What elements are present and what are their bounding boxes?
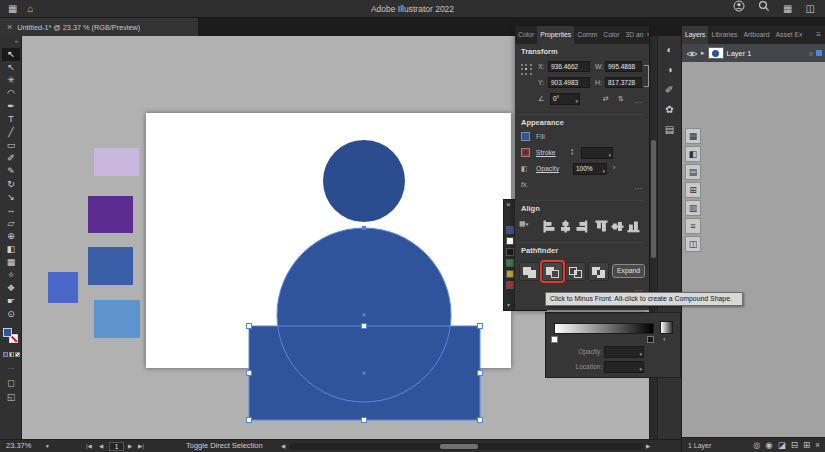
edit-toolbar-icon[interactable]: ⋯ — [0, 365, 22, 373]
layer-row[interactable]: ▸ Layer 1 ○ — [682, 44, 825, 62]
selection-handle[interactable] — [247, 371, 252, 376]
tab-overflow-icon[interactable]: » — [647, 26, 649, 44]
align-to-selector[interactable]: ▦▾ — [519, 220, 528, 228]
locate-object-icon[interactable]: ◉ — [765, 438, 772, 452]
last-artboard-icon[interactable]: ▶| — [138, 440, 144, 452]
symbols-panel-icon[interactable]: ✿ — [662, 102, 678, 118]
panel-caret-icon[interactable]: ▾ — [507, 301, 510, 308]
stroke-link[interactable]: Stroke — [536, 149, 556, 156]
color-swatch[interactable] — [506, 237, 514, 245]
gradient-location-select[interactable]: ▾ — [604, 361, 644, 373]
workspace-switcher-icon[interactable]: ◫ — [806, 0, 815, 18]
align-right-button[interactable] — [575, 219, 588, 232]
search-icon[interactable] — [758, 0, 770, 18]
pathfinder-unite-button[interactable] — [519, 262, 540, 281]
opacity-more-icon[interactable]: › — [613, 164, 615, 171]
constrain-proportions-icon[interactable] — [644, 65, 649, 87]
panel-menu-icon[interactable]: ≡ — [816, 26, 825, 44]
align-vertical-center-button[interactable] — [611, 219, 624, 232]
layer-thumbnail[interactable] — [708, 47, 724, 59]
layer-target-icon[interactable]: ○ — [809, 50, 813, 57]
line-segment-tool[interactable]: ╱ — [2, 126, 20, 139]
make-clipping-mask-icon[interactable]: ◪ — [778, 438, 786, 452]
shape-builder-tool[interactable]: ⊕ — [2, 230, 20, 243]
selection-handle[interactable] — [478, 418, 483, 423]
delete-selection-icon[interactable]: × — [815, 438, 820, 452]
panel-tab[interactable]: 3D an — [623, 26, 647, 44]
stroke-panel-icon[interactable]: ▤ — [685, 164, 701, 180]
fill-color-swatch[interactable] — [3, 328, 12, 337]
color-swatch[interactable] — [506, 259, 514, 267]
direct-selection-tool[interactable]: ↖ — [2, 61, 20, 74]
anchor-point[interactable] — [362, 226, 366, 230]
panel-tab[interactable]: Color — [600, 26, 622, 44]
selection-handle[interactable] — [362, 324, 367, 329]
mesh-tool[interactable]: ▦ — [2, 256, 20, 269]
home-icon[interactable]: ⌂ — [27, 0, 33, 18]
artboards-panel-icon[interactable]: ◫ — [685, 236, 701, 252]
layer-selection-indicator[interactable] — [816, 50, 822, 56]
close-panel-icon[interactable]: × — [506, 200, 511, 209]
gradient-stop-black[interactable] — [647, 336, 654, 343]
flip-horizontal-icon[interactable]: ⇄ — [603, 95, 609, 103]
gradient-opacity-select[interactable]: ▾ — [604, 346, 644, 358]
close-document-icon[interactable]: × — [7, 22, 12, 32]
color-guide-panel-icon[interactable]: ◑ — [662, 62, 678, 78]
panel-tab[interactable]: Libraries — [708, 26, 740, 44]
panel-tab[interactable]: Comm — [574, 26, 600, 44]
eyedropper-tool[interactable]: ✧ — [2, 269, 20, 282]
apps-grid-icon[interactable]: ▦ — [783, 0, 792, 18]
layer-name[interactable]: Layer 1 — [727, 49, 752, 58]
panel-tab[interactable]: Artboard — [740, 26, 772, 44]
transform-more-options-icon[interactable]: ⋯ — [634, 98, 643, 107]
paintbrush-tool[interactable]: ✐ — [2, 152, 20, 165]
stepper-down-icon[interactable]: ▾ — [571, 152, 573, 156]
stroke-weight-select[interactable]: ▾ — [581, 147, 613, 159]
transform-w-input[interactable] — [605, 61, 642, 72]
align-top-button[interactable] — [595, 219, 608, 232]
new-sublayer-icon[interactable]: ⊟ — [791, 438, 798, 452]
layer-expand-icon[interactable]: ▸ — [701, 49, 705, 57]
selection-handle[interactable] — [362, 418, 367, 423]
type-tool[interactable]: T — [2, 113, 20, 126]
pathfinder-minus-front-button[interactable] — [542, 262, 563, 281]
zoom-tool[interactable]: ⊙ — [2, 308, 20, 321]
gradient-thumbnail[interactable] — [660, 321, 673, 334]
flip-vertical-icon[interactable]: ⇅ — [618, 95, 624, 103]
hand-tool[interactable]: ☛ — [2, 295, 20, 308]
app-grid-icon[interactable]: ▦ — [8, 0, 17, 18]
rectangle-tool[interactable]: ▭ — [2, 139, 20, 152]
vertical-scrollbar-thumb[interactable] — [651, 140, 656, 258]
previous-artboard-icon[interactable]: ◀ — [99, 440, 103, 452]
reference-point-locator[interactable] — [520, 63, 533, 76]
appearance-more-options-icon[interactable]: ⋯ — [634, 184, 643, 193]
transform-panel-icon[interactable]: ⊞ — [685, 182, 701, 198]
align-bottom-button[interactable] — [627, 219, 640, 232]
align-horizontal-center-button[interactable] — [559, 219, 572, 232]
selection-handle[interactable] — [478, 371, 483, 376]
fill-stroke-indicator[interactable] — [3, 328, 19, 344]
none-mode-icon[interactable] — [15, 352, 20, 357]
lasso-tool[interactable]: ◠ — [2, 87, 20, 100]
expand-button[interactable]: Expand — [612, 264, 645, 278]
collect-for-export-icon[interactable]: ◎ — [753, 438, 760, 452]
document-tab[interactable]: × Untitled-1* @ 23.37 % (RGB/Preview) — [0, 18, 198, 36]
artboard-number-input[interactable] — [109, 442, 124, 451]
magic-wand-tool[interactable]: ✳ — [2, 74, 20, 87]
pathfinder-exclude-button[interactable] — [588, 262, 609, 281]
appearance-fill-swatch[interactable] — [521, 132, 530, 141]
scroll-left-icon[interactable]: ◀ — [281, 440, 285, 452]
free-transform-tool[interactable]: ▱ — [2, 217, 20, 230]
zoom-level[interactable]: 23.37% — [6, 440, 31, 452]
width-tool[interactable]: ↔ — [2, 204, 20, 217]
new-layer-icon[interactable]: ⊞ — [803, 438, 810, 452]
center-point-rect[interactable] — [363, 372, 366, 375]
panel-tab[interactable]: Color — [515, 26, 537, 44]
fx-button[interactable]: fx. — [521, 181, 528, 188]
color-mode-icon[interactable] — [3, 352, 8, 357]
gradient-tool[interactable]: ◧ — [2, 243, 20, 256]
swatches-panel-icon[interactable]: ▦ — [685, 128, 701, 144]
appearance-stroke-swatch[interactable] — [521, 148, 530, 157]
align-left-button[interactable] — [543, 219, 556, 232]
gradient-slider[interactable] — [554, 323, 654, 334]
